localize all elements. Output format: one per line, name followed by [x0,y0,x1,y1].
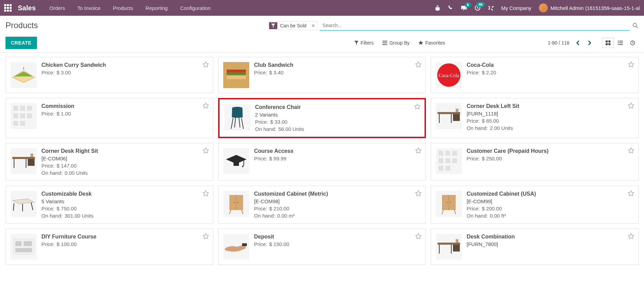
svg-line-64 [242,210,243,214]
product-onhand: On hand:0.00 m³ [254,213,421,219]
svg-rect-74 [15,248,32,252]
star-icon[interactable] [415,61,421,68]
star-icon[interactable] [415,190,421,196]
product-ref: [E-COM98] [254,198,421,204]
user-menu[interactable]: Mitchell Admin (16151359-saas-15-1-al [539,3,640,12]
apps-icon[interactable] [4,4,12,12]
svg-rect-45 [233,162,239,166]
svg-point-61 [234,202,235,203]
tools-icon[interactable] [488,5,494,11]
company-switcher[interactable]: My Company [501,5,531,11]
search-icon[interactable] [632,23,639,29]
product-body: DIY Furniture CoursePrice:$ 100.00 [41,234,208,260]
product-ref: [E-COM99] [467,198,633,204]
product-body: Chicken Curry SandwichPrice:$ 3.00 [41,62,208,88]
control-panel: Products Can be Sold ✕ CREATE Filters Gr… [0,16,644,53]
star-icon[interactable] [203,190,209,196]
topbar: Sales Orders To Invoice Products Reporti… [0,0,644,16]
product-card[interactable]: Customizable Desk5 VariantsPrice:$ 750.0… [5,186,213,224]
product-card[interactable]: Conference Chair2 VariantsPrice:$ 33.00O… [218,98,426,138]
product-card[interactable]: Customized Cabinet (USA)[E-COM99]Price:$… [431,186,639,224]
product-image [223,62,249,88]
phone-icon[interactable] [448,5,453,11]
svg-rect-80 [456,239,458,243]
product-card[interactable]: Desk Combination[FURN_7800] [431,229,639,265]
product-image [11,191,37,217]
messaging-icon[interactable]: 6 [461,5,467,11]
star-icon[interactable] [414,103,420,110]
product-name: Deposit [254,234,421,240]
product-body: Club SandwichPrice:$ 3.40 [254,62,421,88]
filter-chip[interactable]: Can be Sold ✕ [269,21,318,30]
product-name: Corner Desk Right Sit [41,148,208,154]
svg-rect-26 [13,113,18,118]
product-name: Customizable Desk [41,191,208,197]
product-card[interactable]: Club SandwichPrice:$ 3.40 [218,57,426,93]
nav-configuration[interactable]: Configuration [180,5,211,11]
create-button[interactable]: CREATE [5,37,37,49]
product-card[interactable]: Coca-Cola Coca-ColaPrice:$ 2.20 [431,57,639,93]
svg-rect-35 [438,112,460,114]
groupby-button[interactable]: Group By [382,40,409,46]
svg-rect-27 [20,113,25,118]
brand[interactable]: Sales [18,4,36,12]
svg-rect-48 [439,151,443,156]
product-body: Customizable Desk5 VariantsPrice:$ 750.0… [41,191,208,219]
product-name: Corner Desk Left Sit [467,103,633,109]
product-card[interactable]: Corner Desk Right Sit[E-COM06]Price:$ 14… [5,143,213,181]
user-name: Mitchell Admin (16151359-saas-15-1-al [551,5,640,11]
activity-icon[interactable]: 46 [475,5,481,11]
star-icon[interactable] [415,233,421,239]
product-card[interactable]: CommissionPrice:$ 1.00 [5,98,213,138]
star-icon[interactable] [628,147,634,154]
star-icon[interactable] [628,233,634,239]
activity-view-button[interactable] [627,38,639,48]
funnel-icon [269,22,277,29]
svg-rect-44 [30,154,33,157]
star-icon[interactable] [628,61,634,68]
star-icon[interactable] [628,190,634,196]
star-icon[interactable] [415,147,421,154]
svg-text:Coca-Cola: Coca-Cola [439,73,459,78]
svg-rect-52 [445,158,450,163]
filters-button[interactable]: Filters [354,40,374,46]
svg-rect-77 [453,245,460,252]
star-icon[interactable] [203,233,209,239]
nav-products[interactable]: Products [113,5,133,11]
svg-rect-14 [619,44,623,45]
pager-next[interactable] [586,39,593,47]
product-card[interactable]: Course AccessPrice:$ 99.99 [218,143,426,181]
product-card[interactable]: Customized Cabinet (Metric)[E-COM98]Pric… [218,186,426,224]
star-icon[interactable] [628,102,634,109]
pager-prev[interactable] [575,39,581,47]
star-icon[interactable] [203,147,209,154]
list-view-button[interactable] [615,38,626,48]
product-card[interactable]: Corner Desk Left Sit[FURN_1118]Price:$ 8… [431,98,639,138]
star-icon[interactable] [203,61,209,68]
product-body: Desk Combination[FURN_7800] [467,234,633,260]
kanban-view-button[interactable] [602,38,614,48]
svg-rect-51 [439,158,443,163]
star-icon[interactable] [203,102,209,109]
product-ref: [FURN_7800] [467,241,633,247]
kanban-view: Chicken Curry SandwichPrice:$ 3.00 Club … [0,53,644,269]
svg-rect-3 [382,42,387,43]
close-icon[interactable]: ✕ [309,23,317,28]
product-card[interactable]: DepositPrice:$ 150.00 [218,229,426,265]
product-card[interactable]: Chicken Curry SandwichPrice:$ 3.00 [5,57,213,93]
avatar [539,3,548,12]
bug-icon[interactable] [435,5,440,11]
product-price: Price:$ 3.00 [41,70,208,75]
favorites-button[interactable]: Favorites [418,40,445,46]
product-image [223,148,249,174]
nav-orders[interactable]: Orders [49,5,65,11]
product-name: Customer Care (Prepaid Hours) [467,148,633,154]
product-card[interactable]: DIY Furniture CoursePrice:$ 100.00 [5,229,213,265]
product-body: DepositPrice:$ 150.00 [254,234,421,260]
product-card[interactable]: Customer Care (Prepaid Hours)Price:$ 250… [431,143,639,181]
search-input[interactable] [320,21,630,30]
nav-reporting[interactable]: Reporting [146,5,168,11]
nav-to-invoice[interactable]: To Invoice [77,5,101,11]
product-body: Course AccessPrice:$ 99.99 [254,148,421,176]
svg-rect-39 [456,109,458,112]
